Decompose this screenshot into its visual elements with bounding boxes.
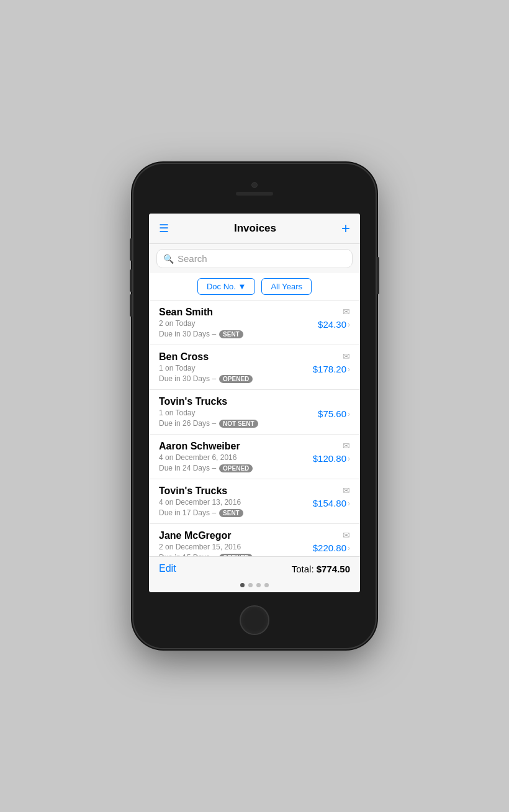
invoice-item[interactable]: Sean Smith 2 on Today Due in 30 Days – S…: [149, 300, 360, 345]
invoice-due: Due in 30 Days – SENT: [159, 330, 318, 338]
invoice-left: Ben Cross 1 on Today Due in 30 Days – OP…: [159, 351, 313, 383]
invoice-name: Jane McGregor: [159, 530, 313, 541]
page-dot: [240, 583, 245, 587]
invoice-right: ✉ $24.30 ›: [318, 307, 350, 330]
page-dot: [248, 583, 253, 587]
page-dot: [264, 583, 269, 587]
chevron-icon: ›: [348, 454, 350, 463]
search-input-wrapper[interactable]: 🔍 Search: [156, 249, 353, 268]
invoice-due: Due in 26 Days – NOT SENT: [159, 419, 318, 428]
invoice-left: Tovin's Trucks 1 on Today Due in 26 Days…: [159, 396, 318, 428]
invoice-list: Sean Smith 2 on Today Due in 30 Days – S…: [149, 300, 360, 556]
invoice-amount: $220.80 ›: [313, 543, 350, 553]
invoice-name: Tovin's Trucks: [159, 396, 318, 407]
filter-row: Doc No. ▼ All Years: [149, 273, 360, 300]
invoice-left: Jane McGregor 2 on December 15, 2016 Due…: [159, 530, 313, 556]
add-invoice-button[interactable]: +: [341, 221, 350, 236]
status-badge: NOT SENT: [219, 420, 258, 428]
email-icon: ✉: [343, 307, 350, 317]
invoice-amount: $120.80 ›: [313, 453, 350, 464]
phone-bottom: [133, 592, 376, 648]
invoice-name: Sean Smith: [159, 307, 318, 318]
page-dot: [256, 583, 261, 587]
invoice-due: Due in 17 Days – SENT: [159, 508, 313, 517]
total-amount: $774.50: [317, 564, 350, 574]
bottom-bar: Edit Total: $774.50: [149, 556, 360, 580]
phone-top: [133, 164, 376, 214]
invoice-item[interactable]: Ben Cross 1 on Today Due in 30 Days – OP…: [149, 345, 360, 390]
invoice-right: ✉ $75.60 ›: [318, 396, 350, 419]
invoice-item[interactable]: Jane McGregor 2 on December 15, 2016 Due…: [149, 524, 360, 556]
invoice-name: Ben Cross: [159, 351, 313, 363]
status-badge: OPENED: [219, 464, 253, 472]
invoice-right: ✉ $178.20 ›: [313, 351, 350, 374]
invoice-amount: $24.30 ›: [318, 319, 350, 330]
app-header: ☰ Invoices +: [149, 214, 360, 244]
page-dots: [149, 580, 360, 592]
phone-frame: ☰ Invoices + 🔍 Search Doc No. ▼ All Year…: [133, 164, 376, 648]
chevron-icon: ›: [348, 410, 350, 418]
invoice-name: Aaron Schweiber: [159, 441, 313, 452]
chevron-icon: ›: [348, 499, 350, 508]
invoice-item[interactable]: Aaron Schweiber 4 on December 6, 2016 Du…: [149, 435, 360, 479]
status-badge: SENT: [219, 330, 243, 338]
search-input[interactable]: Search: [178, 253, 207, 264]
invoice-due: Due in 30 Days – OPENED: [159, 374, 313, 383]
invoice-right: ✉ $120.80 ›: [313, 441, 350, 464]
menu-icon[interactable]: ☰: [159, 223, 169, 234]
invoice-date: 4 on December 13, 2016: [159, 498, 313, 507]
chevron-icon: ›: [348, 365, 350, 374]
screen: ☰ Invoices + 🔍 Search Doc No. ▼ All Year…: [149, 214, 360, 592]
home-button[interactable]: [240, 605, 269, 635]
invoice-left: Aaron Schweiber 4 on December 6, 2016 Du…: [159, 441, 313, 472]
status-badge: OPENED: [219, 375, 253, 383]
invoice-right: ✉ $220.80 ›: [313, 530, 350, 553]
invoice-item[interactable]: Tovin's Trucks 4 on December 13, 2016 Du…: [149, 479, 360, 524]
chevron-icon: ›: [348, 544, 350, 553]
chevron-icon: ›: [348, 320, 350, 329]
camera: [251, 182, 258, 188]
invoice-right: ✉ $154.80 ›: [313, 485, 350, 508]
invoice-amount: $154.80 ›: [313, 498, 350, 508]
invoice-amount: $75.60 ›: [318, 408, 350, 419]
invoice-item[interactable]: Tovin's Trucks 1 on Today Due in 26 Days…: [149, 390, 360, 435]
speaker: [236, 192, 273, 196]
status-badge: SENT: [219, 509, 243, 517]
email-icon: ✉: [343, 441, 350, 451]
invoice-date: 1 on Today: [159, 408, 318, 417]
search-bar-container: 🔍 Search: [149, 244, 360, 273]
invoice-left: Sean Smith 2 on Today Due in 30 Days – S…: [159, 307, 318, 338]
invoice-amount: $178.20 ›: [313, 364, 350, 374]
invoice-date: 1 on Today: [159, 364, 313, 372]
invoice-due: Due in 24 Days – OPENED: [159, 464, 313, 472]
year-filter-button[interactable]: All Years: [261, 278, 312, 295]
invoice-date: 2 on December 15, 2016: [159, 543, 313, 551]
search-icon: 🔍: [163, 254, 174, 264]
invoice-left: Tovin's Trucks 4 on December 13, 2016 Du…: [159, 485, 313, 517]
email-icon: ✉: [343, 351, 350, 361]
total-label: Total: $774.50: [292, 564, 350, 574]
invoice-date: 2 on Today: [159, 319, 318, 328]
invoice-date: 4 on December 6, 2016: [159, 453, 313, 462]
email-icon: ✉: [343, 530, 350, 540]
email-icon: ✉: [343, 485, 350, 495]
page-title: Invoices: [234, 222, 276, 235]
edit-button[interactable]: Edit: [159, 563, 176, 574]
sort-filter-button[interactable]: Doc No. ▼: [197, 278, 255, 295]
invoice-name: Tovin's Trucks: [159, 485, 313, 497]
